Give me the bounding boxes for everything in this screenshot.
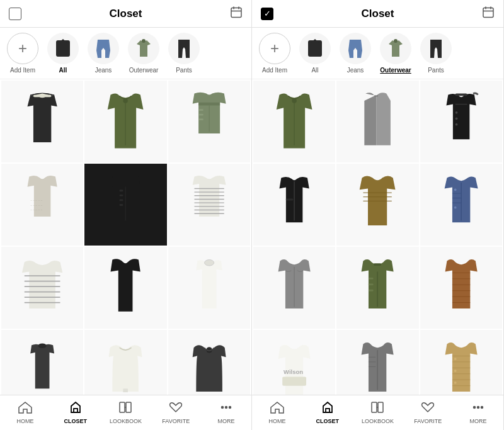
clothing-item[interactable] [420, 330, 502, 395]
clothing-item[interactable] [336, 81, 418, 162]
svg-point-61 [455, 123, 457, 126]
add-circle[interactable]: + [7, 33, 38, 64]
svg-point-106 [481, 407, 483, 409]
home-icon [18, 401, 32, 417]
category-pants[interactable]: Pants [165, 33, 203, 74]
select-checkbox-checked[interactable] [261, 8, 273, 20]
category-outerwear[interactable]: Outerwear [125, 33, 163, 74]
favorite-icon [169, 401, 183, 417]
calendar-icon-right[interactable] [482, 8, 495, 21]
svg-text:~ ~ ~ ~ ~: ~ ~ ~ ~ ~ [30, 199, 42, 202]
svg-rect-57 [455, 94, 467, 96]
left-category-bar: + Add Item All Jeans [0, 28, 251, 79]
left-calendar[interactable] [230, 6, 243, 21]
svg-rect-86 [282, 376, 306, 385]
pants-circle [168, 33, 200, 64]
clothing-item[interactable] [336, 247, 418, 329]
select-checkbox[interactable] [9, 8, 21, 20]
outerwear-label: Outerwear [129, 67, 159, 74]
clothing-item[interactable] [420, 247, 502, 329]
right-bottom-nav: HOME CLOSET LOOKBOOK [252, 395, 503, 430]
right-calendar[interactable] [482, 6, 495, 21]
svg-rect-13 [198, 114, 203, 116]
clothing-item[interactable]: Wilson [253, 330, 335, 395]
r-pants-label: Pants [428, 67, 444, 74]
svg-rect-7 [33, 94, 51, 97]
r-nav-favorite[interactable]: FAVORITE [403, 395, 453, 430]
left-checkbox[interactable] [9, 8, 21, 20]
r-pants-circle [420, 33, 452, 64]
svg-rect-39 [123, 388, 129, 392]
svg-rect-100 [326, 409, 329, 412]
r-add-circle[interactable]: + [259, 33, 290, 64]
svg-point-6 [142, 39, 146, 43]
right-panel: Closet + Add Item [252, 0, 504, 430]
r-nav-home-label: HOME [268, 418, 285, 424]
jeans-circle [88, 33, 119, 64]
right-checkbox[interactable] [261, 8, 273, 20]
svg-rect-74 [374, 263, 381, 266]
r-all-circle [299, 33, 331, 64]
right-title: Closet [362, 8, 394, 20]
clothing-item[interactable]: ~ ~ ~ ~ ~ ~ ~ ~ ~ ~ ~ ~ ~ ~ ~ [1, 164, 83, 246]
clothing-item[interactable] [168, 247, 250, 329]
add-label: Add Item [10, 67, 35, 74]
clothing-item[interactable] [84, 330, 166, 395]
pants-label: Pants [176, 67, 192, 74]
r-nav-more-label: MORE [470, 418, 487, 424]
r-nav-closet-label: CLOSET [316, 418, 339, 424]
clothing-item[interactable] [168, 330, 250, 395]
clothing-item[interactable] [1, 247, 83, 329]
svg-rect-63 [286, 199, 293, 201]
svg-rect-20 [120, 195, 123, 196]
r-category-outerwear[interactable]: Outerwear [377, 33, 415, 74]
nav-favorite[interactable]: FAVORITE [151, 395, 201, 430]
category-jeans[interactable]: Jeans [84, 33, 122, 74]
calendar-icon[interactable] [230, 8, 243, 21]
clothing-item[interactable] [420, 164, 502, 246]
clothing-item[interactable] [84, 247, 166, 329]
svg-rect-77 [369, 283, 374, 285]
svg-rect-48 [483, 8, 493, 17]
r-all-label: All [311, 67, 318, 74]
r-nav-closet[interactable]: CLOSET [302, 395, 353, 430]
nav-home[interactable]: HOME [0, 395, 50, 430]
nav-more-label: MORE [218, 418, 235, 424]
category-add[interactable]: + Add Item [4, 33, 42, 74]
nav-lookbook[interactable]: LOOKBOOK [101, 395, 151, 430]
r-nav-lookbook-label: LOOKBOOK [362, 418, 394, 424]
clothing-item[interactable] [168, 164, 250, 246]
clothing-item[interactable] [420, 81, 502, 162]
clothing-item[interactable] [168, 81, 250, 162]
clothing-item[interactable] [336, 164, 418, 246]
right-header: Closet [252, 0, 503, 28]
r-category-jeans[interactable]: Jeans [336, 33, 374, 74]
r-category-all[interactable]: All [296, 33, 334, 74]
svg-point-55 [292, 98, 297, 103]
r-category-pants[interactable]: Pants [417, 33, 455, 74]
svg-point-98 [454, 370, 456, 372]
clothing-item[interactable] [253, 164, 335, 246]
svg-point-59 [455, 111, 457, 114]
r-nav-lookbook[interactable]: LOOKBOOK [353, 395, 403, 430]
nav-more[interactable]: MORE [201, 395, 251, 430]
clothing-item[interactable] [253, 247, 335, 329]
clothing-item[interactable] [1, 81, 83, 162]
clothing-item[interactable] [84, 81, 166, 162]
svg-rect-43 [126, 402, 131, 412]
svg-point-104 [478, 407, 479, 409]
r-nav-home[interactable]: HOME [252, 395, 302, 430]
r-category-add[interactable]: + Add Item [256, 33, 294, 74]
svg-rect-0 [231, 8, 241, 17]
svg-rect-78 [369, 290, 374, 291]
nav-closet[interactable]: CLOSET [50, 395, 101, 430]
category-all[interactable]: All [44, 33, 82, 74]
svg-point-37 [204, 260, 214, 266]
clothing-item[interactable] [253, 81, 335, 162]
clothing-item[interactable] [84, 164, 166, 246]
r-nav-more[interactable]: MORE [453, 395, 503, 430]
clothing-item[interactable] [336, 330, 418, 395]
clothing-item[interactable] [1, 330, 83, 395]
svg-text:~ ~ ~ ~ ~: ~ ~ ~ ~ ~ [30, 204, 42, 207]
svg-rect-22 [120, 204, 123, 206]
